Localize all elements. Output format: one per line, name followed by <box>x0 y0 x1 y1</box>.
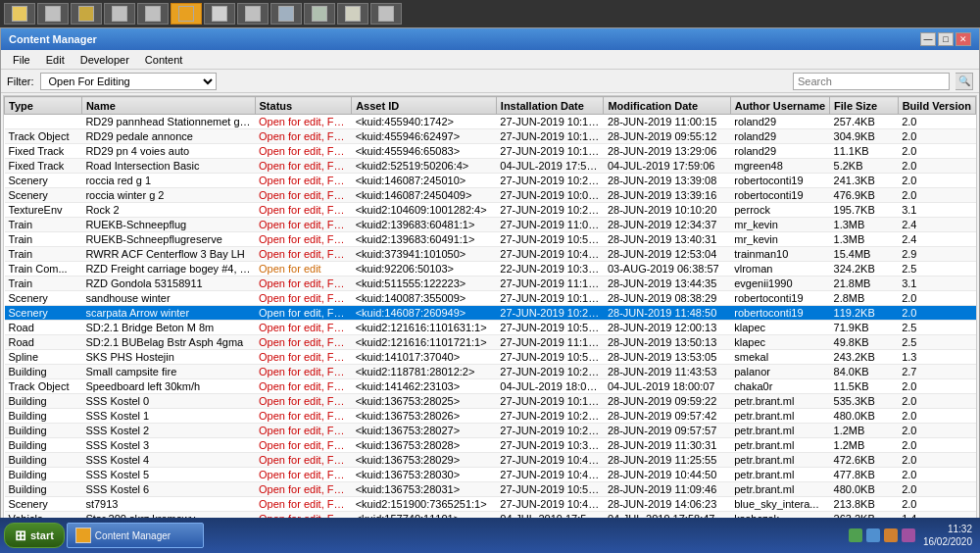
table-cell-10-0: Train Com... <box>5 262 82 276</box>
table-cell-14-2: Open for edit, Faulty <box>255 321 352 335</box>
table-cell-16-6: smekal <box>730 350 829 365</box>
table-row[interactable]: BuildingSmall campsite fireOpen for edit… <box>5 365 976 379</box>
table-cell-18-6: chaka0r <box>730 379 829 394</box>
table-row[interactable]: RD29 pannhead Stationnemet genamtOpen fo… <box>5 115 976 129</box>
taskbar-top-item-5[interactable] <box>137 3 169 25</box>
table-row[interactable]: Sceneryroccia winter g 2Open for edit, F… <box>5 188 976 203</box>
table-cell-21-2: Open for edit, Faulty <box>255 424 352 438</box>
table-row[interactable]: Fixed TrackRD29 pn 4 voies autoOpen for … <box>5 144 976 159</box>
table-cell-10-5: 03-AUG-2019 06:38:57 <box>604 262 730 276</box>
table-cell-5-2: Open for edit, Faulty <box>255 188 352 203</box>
col-assetid[interactable]: Asset ID <box>352 97 497 115</box>
table-header-row: Type Name Status Asset ID Installation D… <box>5 97 976 115</box>
table-cell-24-7: 477.8KB <box>830 468 899 482</box>
table-cell-5-1: roccia winter g 2 <box>81 188 255 203</box>
filter-label: Filter: <box>7 75 34 87</box>
col-filesize[interactable]: File Size <box>830 97 899 115</box>
search-input[interactable] <box>793 73 950 90</box>
table-row[interactable]: BuildingSSS Kostel 0Open for edit, Fault… <box>5 394 976 409</box>
close-button[interactable]: ✕ <box>956 32 971 46</box>
taskbar-content-manager[interactable]: Content Manager <box>67 523 204 548</box>
col-name[interactable]: Name <box>81 97 255 115</box>
menu-edit[interactable]: Edit <box>38 52 73 68</box>
table-cell-22-3: <kuid:136753:28028> <box>352 438 497 453</box>
menu-file[interactable]: File <box>5 52 38 68</box>
table-row[interactable]: Track ObjectSpeedboard left 30km/hOpen f… <box>5 379 976 394</box>
table-cell-23-6: petr.brant.ml <box>730 453 829 468</box>
taskbar-top-item-12[interactable] <box>370 3 402 25</box>
table-cell-3-2: Open for edit, Faulty <box>255 159 352 174</box>
table-row[interactable]: Scenerysandhouse winterOpen for edit, Fa… <box>5 291 976 306</box>
menu-developer[interactable]: Developer <box>73 52 137 68</box>
table-cell-26-4: 27-JUN-2019 10:41:07 <box>496 497 604 512</box>
col-install[interactable]: Installation Date <box>496 97 604 115</box>
filter-select[interactable]: Open For Editing All Installed Faulty <box>40 73 217 90</box>
table-row[interactable]: TrainRZD Gondola 53158911Open for edit, … <box>5 276 976 291</box>
table-cell-9-8: 2.9 <box>898 247 975 262</box>
table-row[interactable]: TrainRUEKB-SchneepflugreserveOpen for ed… <box>5 232 976 247</box>
table-row[interactable]: Sceneryst7913Open for edit, Faulty<kuid2… <box>5 497 976 512</box>
table-cell-20-8: 2.0 <box>898 409 975 424</box>
table-row[interactable]: TrainRWRR ACF Centerflow 3 Bay LHOpen fo… <box>5 247 976 262</box>
taskbar-top-item-1[interactable] <box>4 3 35 25</box>
table-row[interactable]: BuildingSSS Kostel 3Open for edit, Fault… <box>5 438 976 453</box>
tray-icon-network <box>849 528 862 542</box>
taskbar-top-item-11[interactable] <box>337 3 368 25</box>
table-cell-18-2: Open for edit, Faulty <box>255 379 352 394</box>
minimize-button[interactable]: — <box>920 32 936 46</box>
table-row[interactable]: BuildingSSS Kostel 1Open for edit, Fault… <box>5 409 976 424</box>
table-cell-23-4: 27-JUN-2019 10:42:37 <box>496 453 604 468</box>
table-row[interactable]: Sceneryroccia red g 1Open for edit, Faul… <box>5 174 976 188</box>
col-modify[interactable]: Modification Date <box>604 97 730 115</box>
table-cell-5-4: 27-JUN-2019 10:06:04 <box>496 188 604 203</box>
table-row[interactable]: TrainRUEKB-SchneepflugOpen for edit, Fau… <box>5 218 976 232</box>
table-cell-23-1: SSS Kostel 4 <box>81 453 255 468</box>
table-row[interactable]: BuildingSSS Kostel 4Open for edit, Fault… <box>5 453 976 468</box>
table-row[interactable]: RoadSD:2.1 Bridge Beton M 8mOpen for edi… <box>5 321 976 335</box>
table-cell-24-1: SSS Kostel 5 <box>81 468 255 482</box>
table-cell-0-6: roland29 <box>730 115 829 129</box>
table-row[interactable]: Sceneryscarpata Arrow winterOpen for edi… <box>5 306 976 321</box>
table-row[interactable]: RoadSD:2.1 BUBelag Bstr Asph 4gmaOpen fo… <box>5 335 976 350</box>
menu-content[interactable]: Content <box>137 52 191 68</box>
table-row[interactable]: BuildingSSS Kostel 6Open for edit, Fault… <box>5 482 976 497</box>
table-cell-18-5: 04-JUL-2019 18:00:07 <box>604 379 730 394</box>
table-row[interactable]: Fixed TrackRoad Intersection BasicOpen f… <box>5 159 976 174</box>
table-cell-24-8: 2.0 <box>898 468 975 482</box>
table-cell-10-6: vlroman <box>730 262 829 276</box>
table-cell-26-6: blue_sky_intera... <box>730 497 829 512</box>
taskbar-top-item-7[interactable] <box>204 3 235 25</box>
taskbar-top-item-6[interactable] <box>171 3 202 25</box>
maximize-button[interactable]: □ <box>938 32 954 46</box>
table-row[interactable]: Track ObjectRD29 pedale annonceOpen for … <box>5 129 976 144</box>
table-cell-22-8: 2.0 <box>898 438 975 453</box>
table-cell-4-1: roccia red g 1 <box>81 174 255 188</box>
col-type[interactable]: Type <box>5 97 82 115</box>
search-icon[interactable]: 🔍 <box>956 73 973 90</box>
table-cell-9-6: trainman10 <box>730 247 829 262</box>
table-cell-14-4: 27-JUN-2019 10:55:18 <box>496 321 604 335</box>
col-author[interactable]: Author Username <box>730 97 829 115</box>
table-cell-5-3: <kuid:146087:2450409> <box>352 188 497 203</box>
taskbar-top-item-10[interactable] <box>304 3 335 25</box>
table-cell-12-2: Open for edit, Faulty <box>255 291 352 306</box>
taskbar-top-item-9[interactable] <box>270 3 302 25</box>
table-row[interactable]: TextureEnvRock 2Open for edit, Faulty<ku… <box>5 203 976 218</box>
table-row[interactable]: BuildingSSS Kostel 2Open for edit, Fault… <box>5 424 976 438</box>
table-cell-19-5: 28-JUN-2019 09:59:22 <box>604 394 730 409</box>
table-cell-8-0: Train <box>5 232 82 247</box>
taskbar-top-item-4[interactable] <box>104 3 135 25</box>
taskbar-top-item-2[interactable] <box>37 3 69 25</box>
taskbar-top-item-8[interactable] <box>237 3 269 25</box>
table-cell-9-1: RWRR ACF Centerflow 3 Bay LH <box>81 247 255 262</box>
table-cell-16-8: 1.3 <box>898 350 975 365</box>
table-row[interactable]: BuildingSSS Kostel 5Open for edit, Fault… <box>5 468 976 482</box>
col-build[interactable]: Build Version <box>898 97 975 115</box>
table-cell-7-7: 1.3MB <box>830 218 899 232</box>
taskbar-top-item-3[interactable] <box>71 3 102 25</box>
table-row[interactable]: SplineSKS PHS HostejinOpen for edit, Fau… <box>5 350 976 365</box>
col-status[interactable]: Status <box>255 97 352 115</box>
table-cell-7-6: mr_kevin <box>730 218 829 232</box>
table-row[interactable]: Train Com...RZD Freight carriage bogey #… <box>5 262 976 276</box>
start-button[interactable]: ⊞ start <box>4 523 65 548</box>
